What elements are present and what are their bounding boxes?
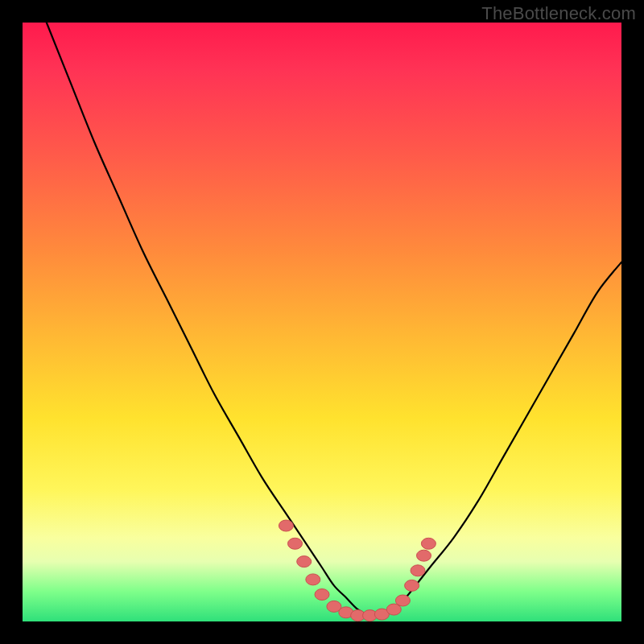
curve-marker bbox=[279, 520, 293, 531]
curve-marker bbox=[411, 565, 425, 576]
curve-marker bbox=[417, 550, 431, 561]
curve-marker bbox=[297, 556, 312, 568]
chart-frame: TheBottleneck.com bbox=[0, 0, 644, 644]
curve-marker bbox=[306, 574, 320, 585]
curve-marker bbox=[405, 580, 419, 591]
curve-marker bbox=[288, 538, 303, 549]
curve-marker bbox=[315, 589, 329, 601]
chart-overlay-svg bbox=[0, 0, 644, 644]
marker-layer bbox=[279, 520, 436, 621]
curve-layer bbox=[47, 23, 621, 617]
curve-marker bbox=[395, 595, 410, 606]
bottleneck-curve bbox=[47, 23, 621, 617]
curve-marker bbox=[421, 538, 436, 549]
